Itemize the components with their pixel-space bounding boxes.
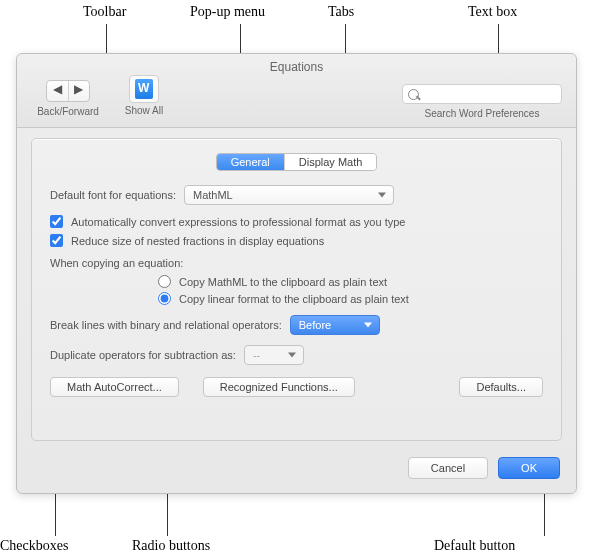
search-input[interactable] (402, 84, 562, 104)
back-forward-label: Back/Forward (31, 106, 105, 117)
when-copying-label: When copying an equation: (50, 257, 543, 269)
content-panel: General Display Math Default font for eq… (31, 138, 562, 441)
show-all-group: Show All (119, 75, 169, 116)
break-lines-label: Break lines with binary and relational o… (50, 319, 282, 331)
dup-ops-value: -- (253, 349, 260, 361)
bottom-buttons: Cancel OK (408, 457, 560, 479)
copy-mathml-radio[interactable]: Copy MathML to the clipboard as plain te… (158, 275, 543, 288)
callout-popup: Pop-up menu (190, 4, 265, 20)
dup-ops-popup[interactable]: -- (244, 345, 304, 365)
break-lines-row: Break lines with binary and relational o… (50, 315, 543, 335)
word-icon (135, 79, 153, 99)
show-all-button[interactable] (129, 75, 159, 103)
callout-defaultbtn: Default button (434, 538, 515, 554)
break-lines-popup[interactable]: Before (290, 315, 380, 335)
back-forward-buttons[interactable]: ◀ ▶ (46, 80, 90, 102)
copy-mathml-label: Copy MathML to the clipboard as plain te… (179, 276, 387, 288)
copy-mathml-input[interactable] (158, 275, 171, 288)
callout-checkboxes: Checkboxes (0, 538, 68, 554)
default-font-row: Default font for equations: MathML (50, 185, 543, 205)
callout-toolbar: Toolbar (83, 4, 126, 20)
defaults-button[interactable]: Defaults... (459, 377, 543, 397)
forward-arrow-icon: ▶ (74, 82, 83, 96)
auto-convert-input[interactable] (50, 215, 63, 228)
dup-ops-row: Duplicate operators for subtraction as: … (50, 345, 543, 365)
auto-convert-label: Automatically convert expressions to pro… (71, 216, 405, 228)
tabs: General Display Math (50, 153, 543, 171)
reduce-size-checkbox[interactable]: Reduce size of nested fractions in displ… (50, 234, 543, 247)
callout-line (544, 488, 545, 536)
copy-linear-label: Copy linear format to the clipboard as p… (179, 293, 409, 305)
tab-display-math[interactable]: Display Math (285, 154, 377, 170)
default-font-label: Default font for equations: (50, 189, 176, 201)
back-arrow-icon: ◀ (53, 82, 62, 96)
reduce-size-input[interactable] (50, 234, 63, 247)
callout-line (106, 24, 107, 54)
tabstrip: General Display Math (216, 153, 378, 171)
recognized-functions-button[interactable]: Recognized Functions... (203, 377, 355, 397)
default-font-value: MathML (193, 189, 233, 201)
callout-tabs: Tabs (328, 4, 354, 20)
search-group: Search Word Preferences (402, 84, 562, 119)
show-all-label: Show All (119, 105, 169, 116)
dup-ops-label: Duplicate operators for subtraction as: (50, 349, 236, 361)
window-title: Equations (17, 60, 576, 74)
tab-general[interactable]: General (217, 154, 285, 170)
copy-linear-radio[interactable]: Copy linear format to the clipboard as p… (158, 292, 543, 305)
toolbar: Equations ◀ ▶ Back/Forward Show All Sear… (17, 54, 576, 128)
auto-convert-checkbox[interactable]: Automatically convert expressions to pro… (50, 215, 543, 228)
reduce-size-label: Reduce size of nested fractions in displ… (71, 235, 324, 247)
callout-textbox: Text box (468, 4, 517, 20)
copy-linear-input[interactable] (158, 292, 171, 305)
callout-radios: Radio buttons (132, 538, 210, 554)
preferences-window: Equations ◀ ▶ Back/Forward Show All Sear… (16, 53, 577, 494)
ok-button[interactable]: OK (498, 457, 560, 479)
default-font-popup[interactable]: MathML (184, 185, 394, 205)
math-autocorrect-button[interactable]: Math AutoCorrect... (50, 377, 179, 397)
cancel-button[interactable]: Cancel (408, 457, 488, 479)
back-forward-group: ◀ ▶ Back/Forward (31, 80, 105, 117)
search-label: Search Word Preferences (402, 108, 562, 119)
break-lines-value: Before (299, 319, 331, 331)
action-buttons-row: Math AutoCorrect... Recognized Functions… (50, 377, 543, 397)
